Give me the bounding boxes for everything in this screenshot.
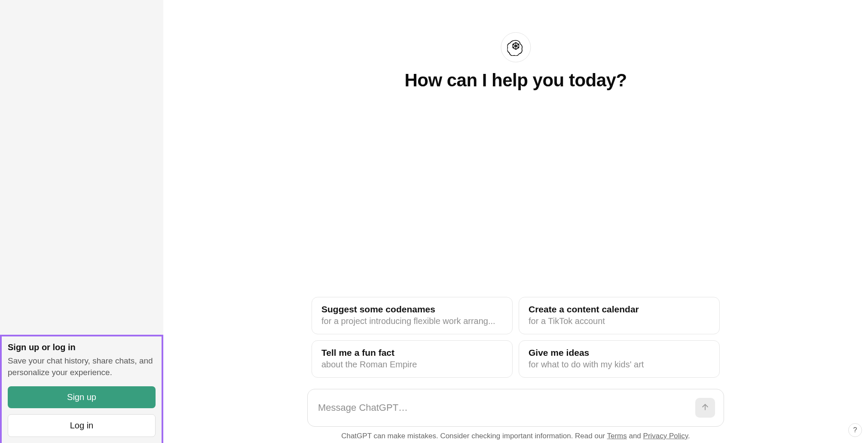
message-input[interactable]: [318, 402, 695, 413]
footer-disclaimer: ChatGPT can make mistakes. Consider chec…: [341, 432, 690, 443]
send-button[interactable]: [695, 398, 715, 418]
suggestion-card[interactable]: Tell me a fun fact about the Roman Empir…: [312, 340, 513, 378]
help-button[interactable]: ?: [848, 423, 862, 437]
auth-title: Sign up or log in: [8, 342, 156, 352]
footer-text-suffix: .: [688, 432, 690, 440]
message-input-wrap: [303, 389, 728, 427]
footer-text-and: and: [627, 432, 643, 440]
suggestion-card[interactable]: Suggest some codenames for a project int…: [312, 297, 513, 334]
terms-link[interactable]: Terms: [607, 432, 627, 440]
suggestions-grid: Suggest some codenames for a project int…: [307, 297, 724, 378]
hero: How can I help you today?: [404, 32, 627, 91]
suggestion-subtitle: about the Roman Empire: [321, 360, 503, 370]
suggestion-subtitle: for a project introducing flexible work …: [321, 316, 503, 326]
question-mark-icon: ?: [853, 426, 857, 434]
signup-button[interactable]: Sign up: [8, 386, 156, 408]
auth-panel: Sign up or log in Save your chat history…: [0, 335, 163, 443]
suggestion-title: Create a content calendar: [529, 304, 710, 315]
suggestion-subtitle: for a TikTok account: [529, 316, 710, 326]
app-root: Sign up or log in Save your chat history…: [0, 0, 868, 443]
suggestion-title: Tell me a fun fact: [321, 348, 503, 358]
openai-logo-icon: [501, 32, 531, 62]
suggestion-subtitle: for what to do with my kids' art: [529, 360, 710, 370]
sidebar: Sign up or log in Save your chat history…: [0, 0, 163, 443]
main-area: How can I help you today? Suggest some c…: [163, 0, 868, 443]
suggestion-title: Give me ideas: [529, 348, 710, 358]
privacy-link[interactable]: Privacy Policy: [643, 432, 688, 440]
login-button[interactable]: Log in: [8, 414, 156, 437]
arrow-up-icon: [701, 403, 709, 413]
suggestion-card[interactable]: Create a content calendar for a TikTok a…: [519, 297, 720, 334]
message-input-bar: [307, 389, 724, 427]
auth-description: Save your chat history, share chats, and…: [8, 355, 156, 379]
suggestion-title: Suggest some codenames: [321, 304, 503, 315]
suggestion-card[interactable]: Give me ideas for what to do with my kid…: [519, 340, 720, 378]
content-bottom: Suggest some codenames for a project int…: [163, 297, 868, 443]
page-title: How can I help you today?: [404, 70, 627, 91]
footer-text-prefix: ChatGPT can make mistakes. Consider chec…: [341, 432, 607, 440]
